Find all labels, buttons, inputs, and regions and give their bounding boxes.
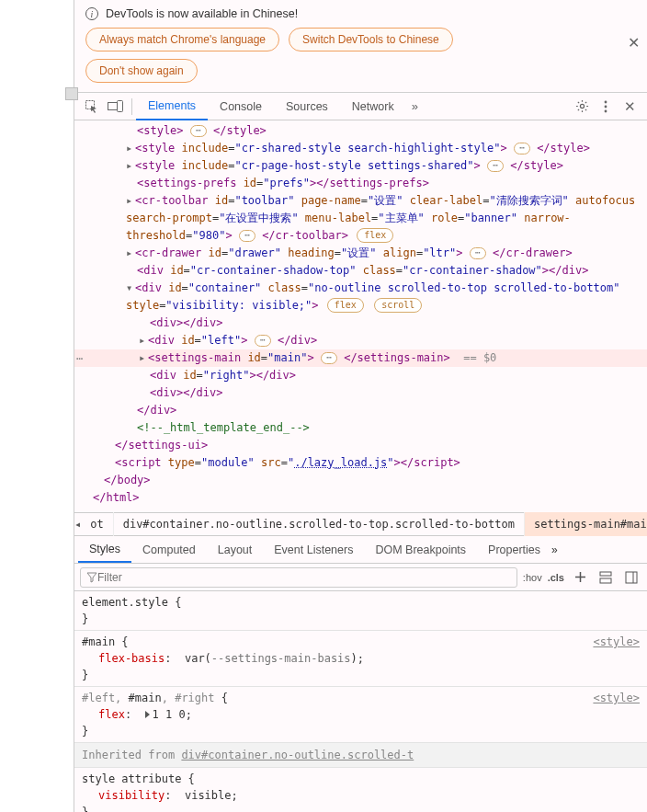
elements-tree[interactable]: <style> ⋯ </style> ▸<style include="cr-s… (74, 120, 647, 512)
dom-node[interactable]: </body> (74, 472, 647, 489)
dom-node-selected[interactable]: ⋯▸<settings-main id="main"> ⋯ </settings… (74, 349, 647, 367)
crumb-item[interactable]: ot (81, 512, 113, 536)
ellipsis-badge[interactable]: ⋯ (321, 352, 337, 364)
outer-scrollbar-up[interactable] (65, 87, 78, 100)
always-match-language-button[interactable]: Always match Chrome's language (85, 28, 279, 51)
svg-point-3 (580, 104, 584, 108)
computed-panel-icon[interactable] (596, 567, 616, 588)
dom-node[interactable]: ▸<style include="cr-shared-style search-… (74, 140, 647, 157)
close-devtools-icon[interactable]: ✕ (618, 95, 641, 119)
dom-node[interactable]: ▾<div id="container" class="no-outline s… (74, 280, 647, 315)
inherited-section: Inherited from div#container.no-outline.… (74, 743, 647, 768)
svg-point-6 (605, 109, 607, 112)
filter-icon (86, 572, 97, 583)
row-overflow-icon[interactable]: ⋯ (76, 350, 84, 368)
tab-event-listeners[interactable]: Event Listeners (263, 536, 364, 563)
ellipsis-badge[interactable]: ⋯ (239, 230, 255, 242)
rule-origin-link[interactable]: <style> (593, 634, 640, 650)
styles-rules: element.style {} <style> #main { flex-ba… (74, 591, 647, 812)
filter-box[interactable] (80, 567, 517, 588)
dom-node[interactable]: </settings-ui> (74, 437, 647, 454)
flex-badge[interactable]: flex (357, 228, 393, 243)
dont-show-again-button[interactable]: Don't show again (85, 59, 198, 83)
dom-node[interactable]: ▸<style include="cr-page-host-style sett… (74, 157, 647, 175)
ellipsis-badge[interactable]: ⋯ (514, 143, 530, 154)
infobar-close-icon[interactable]: ✕ (628, 34, 640, 51)
settings-gear-icon[interactable] (570, 95, 594, 119)
rule-origin-link[interactable]: <style> (593, 690, 640, 706)
crumb-item-selected[interactable]: settings-main#main (525, 512, 647, 536)
tab-network[interactable]: Network (340, 93, 406, 120)
crumbs-scroll-left-icon[interactable]: ◂ (74, 518, 81, 531)
svg-rect-8 (600, 578, 611, 583)
breadcrumbs: ◂ ot div#container.no-outline.scrolled-t… (74, 512, 647, 536)
styles-subtabs: Styles Computed Layout Event Listeners D… (74, 536, 647, 564)
tab-styles[interactable]: Styles (78, 536, 131, 563)
hov-toggle[interactable]: :hov (523, 572, 542, 583)
ellipsis-badge[interactable]: ⋯ (487, 160, 504, 172)
crumb-item[interactable]: div#container.no-outline.scrolled-to-top… (114, 512, 525, 536)
svg-rect-9 (626, 572, 637, 583)
more-subtabs-icon[interactable]: » (551, 543, 558, 556)
tab-console[interactable]: Console (208, 93, 274, 120)
main-toolbar: Elements Console Sources Network » ✕ (74, 93, 647, 120)
dom-node[interactable]: <div></div> (74, 315, 647, 332)
dom-node[interactable]: <div></div> (74, 384, 647, 402)
device-toolbar-icon[interactable] (104, 95, 128, 119)
new-style-rule-icon[interactable] (570, 567, 590, 588)
expand-shorthand-icon[interactable] (145, 711, 150, 718)
flex-badge[interactable]: flex (327, 298, 364, 313)
tab-elements[interactable]: Elements (136, 93, 208, 120)
style-rule[interactable]: <style> #left, #main, #right { flex: 1 1… (74, 687, 647, 743)
dom-node[interactable]: </html> (74, 489, 647, 507)
filter-input[interactable] (97, 571, 511, 584)
ellipsis-badge[interactable]: ⋯ (190, 125, 207, 137)
tab-dom-breakpoints[interactable]: DOM Breakpoints (364, 536, 477, 563)
locale-infobar: i DevTools is now available in Chinese! … (74, 0, 647, 93)
dom-node[interactable]: <settings-prefs id="prefs"></settings-pr… (74, 175, 647, 192)
tab-sources[interactable]: Sources (274, 93, 340, 120)
ellipsis-badge[interactable]: ⋯ (470, 247, 486, 259)
tab-computed[interactable]: Computed (131, 536, 207, 563)
cls-toggle[interactable]: .cls (548, 572, 564, 583)
style-rule[interactable]: style attribute { visibility: visible; } (74, 768, 647, 812)
dom-node[interactable]: <div id="cr-container-shadow-top" class=… (74, 262, 647, 280)
svg-point-4 (605, 100, 607, 103)
switch-to-chinese-button[interactable]: Switch DevTools to Chinese (289, 28, 453, 51)
style-rule[interactable]: element.style {} (74, 591, 647, 631)
info-icon: i (85, 7, 98, 20)
svg-rect-2 (118, 100, 123, 111)
svg-point-5 (605, 105, 607, 108)
svg-rect-7 (600, 572, 611, 576)
dom-node[interactable]: ▸<cr-toolbar id="toolbar" page-name="设置"… (74, 192, 647, 245)
kebab-menu-icon[interactable] (594, 95, 618, 119)
dom-node[interactable]: <script type="module" src="./lazy_load.j… (74, 454, 647, 472)
dom-node[interactable]: </div> (74, 402, 647, 419)
dom-node[interactable]: <div id="right"></div> (74, 367, 647, 384)
inherited-link[interactable]: div#container.no-outline.scrolled-t (181, 749, 414, 761)
tab-layout[interactable]: Layout (207, 536, 264, 563)
style-rule[interactable]: <style> #main { flex-basis: var(--settin… (74, 631, 647, 687)
infobar-title: DevTools is now available in Chinese! (106, 7, 298, 20)
scroll-badge[interactable]: scroll (374, 298, 422, 313)
dom-node[interactable]: ▸<cr-drawer id="drawer" heading="设置" ali… (74, 245, 647, 262)
ellipsis-badge[interactable]: ⋯ (255, 335, 271, 347)
more-tabs-icon[interactable]: » (406, 99, 424, 113)
dom-node[interactable]: ▸<div id="left"> ⋯ </div> (74, 332, 647, 349)
toggle-sidebar-icon[interactable] (621, 567, 641, 588)
inspect-element-icon[interactable] (80, 95, 104, 119)
dom-node[interactable]: <style> ⋯ </style> (74, 122, 647, 140)
styles-filter-row: :hov .cls (74, 564, 647, 591)
tab-properties[interactable]: Properties (477, 536, 551, 563)
dom-node[interactable]: <!--_html_template_end_--> (74, 419, 647, 437)
